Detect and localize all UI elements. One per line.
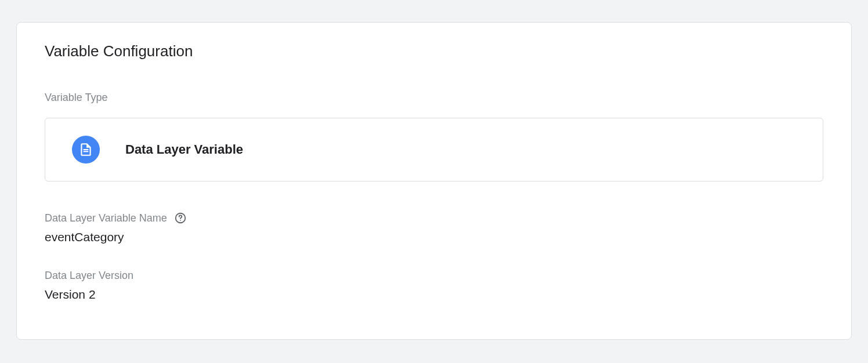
variable-type-selector[interactable]: Data Layer Variable [45, 118, 823, 182]
variable-type-name: Data Layer Variable [125, 142, 243, 157]
variable-configuration-card: Variable Configuration Variable Type Dat… [16, 22, 852, 340]
svg-point-1 [180, 220, 181, 221]
variable-type-label: Variable Type [45, 92, 823, 104]
document-icon [72, 136, 100, 164]
data-layer-variable-name-label: Data Layer Variable Name [45, 212, 167, 224]
card-title: Variable Configuration [45, 42, 823, 60]
data-layer-version-label-row: Data Layer Version [45, 270, 823, 282]
help-icon[interactable] [174, 212, 187, 224]
data-layer-variable-name-value: eventCategory [45, 230, 823, 244]
data-layer-version-value: Version 2 [45, 288, 823, 302]
data-layer-version-label: Data Layer Version [45, 270, 133, 282]
data-layer-variable-name-label-row: Data Layer Variable Name [45, 212, 823, 224]
